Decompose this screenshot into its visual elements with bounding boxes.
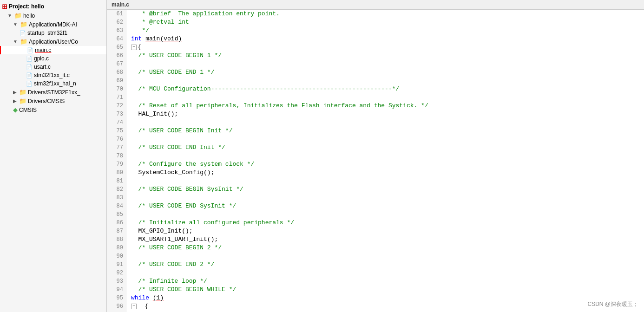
line-number: 73 [110, 110, 123, 118]
sidebar-item-label: startup_stm32f1 [27, 30, 67, 36]
editor-title: main.c [107, 0, 644, 10]
code-text: /* USER CODE END 2 */ [131, 260, 214, 269]
sidebar-item-hello[interactable]: ▼ 📁 hello [0, 11, 106, 20]
sidebar-item-stm32-it[interactable]: 📄 stm32f1xx_it.c [0, 71, 106, 79]
sidebar-item-label: hello [23, 13, 35, 19]
code-text: /* MCU Configuration--------------------… [131, 85, 399, 93]
project-title[interactable]: ⊞ Project: hello [0, 2, 106, 11]
folder-icon: 📁 [20, 21, 27, 28]
line-number: 85 [110, 210, 123, 219]
sidebar-item-label: CMSIS [19, 107, 37, 113]
line-number: 63 [110, 26, 123, 35]
code-line [131, 194, 639, 202]
line-number: 84 [110, 202, 123, 210]
line-number: 71 [110, 93, 123, 102]
sidebar-item-main-c[interactable]: 📄 main.c [0, 46, 106, 54]
arrow-icon: ▶ [13, 90, 17, 95]
code-line: −{ [131, 43, 639, 52]
line-number: 77 [110, 143, 123, 152]
code-text: HAL_Init(); [131, 110, 178, 118]
arrow-icon: ▼ [13, 22, 18, 27]
code-text: MX_GPIO_Init(); [131, 227, 193, 235]
line-number: 67 [110, 60, 123, 68]
line-number: 78 [110, 152, 123, 160]
code-text: /* Infinite loop */ [131, 277, 207, 286]
code-line: MX_GPIO_Init(); [131, 227, 639, 235]
line-number: 94 [110, 286, 123, 294]
sidebar-item-stm32-hal[interactable]: 📄 stm32f1xx_hal_n [0, 79, 106, 88]
code-content[interactable]: * @brief The application entry point. * … [126, 10, 644, 312]
code-text: /* Configure the system clock */ [131, 160, 254, 169]
line-number: 96 [110, 302, 123, 311]
collapse-icon[interactable]: − [131, 304, 137, 309]
code-text: /* USER CODE END SysInit */ [131, 202, 236, 210]
sidebar-item-label: stm32f1xx_hal_n [34, 80, 76, 87]
folder-icon: 📁 [19, 89, 26, 96]
line-number: 88 [110, 235, 123, 244]
code-line: */ [131, 26, 639, 35]
sidebar-item-label: gpio.c [34, 55, 49, 62]
code-line: /* Configure the system clock */ [131, 160, 639, 169]
line-number: 68 [110, 68, 123, 77]
file-icon: 📄 [26, 56, 33, 62]
sidebar-item-app-mdk[interactable]: ▼ 📁 Application/MDK-AI [0, 20, 106, 29]
line-number: 76 [110, 135, 123, 143]
sidebar-item-drivers-cmsis[interactable]: ▶ 📁 Drivers/CMSIS [0, 97, 106, 105]
collapse-icon[interactable]: − [131, 45, 137, 50]
code-line: MX_USART1_UART_Init(); [131, 235, 639, 244]
code-text: /* USER CODE BEGIN 2 */ [131, 244, 222, 252]
line-number: 83 [110, 194, 123, 202]
line-number: 82 [110, 185, 123, 194]
code-line: /* USER CODE BEGIN WHILE */ [131, 286, 639, 294]
sidebar-item-drivers-stm32[interactable]: ▶ 📁 Drivers/STM32F1xx_ [0, 88, 106, 97]
code-line: /* MCU Configuration--------------------… [131, 85, 639, 93]
code-line: HAL_Init(); [131, 110, 639, 118]
sidebar-item-label: Application/User/Co [29, 39, 78, 45]
code-text: /* USER CODE BEGIN 1 */ [131, 52, 222, 60]
arrow-icon: ▶ [13, 98, 17, 104]
code-line [131, 210, 639, 219]
folder-icon: 📁 [19, 98, 26, 104]
sidebar-item-label: stm32f1xx_it.c [34, 72, 70, 78]
folder-icon: 📁 [14, 12, 22, 19]
code-text: /* USER CODE BEGIN WHILE */ [131, 286, 236, 294]
file-icon: 📄 [20, 30, 26, 36]
file-icon: 📄 [26, 64, 33, 70]
sidebar-item-app-user[interactable]: ▼ 📁 Application/User/Co [0, 37, 106, 46]
code-text: /* USER CODE END Init */ [131, 143, 225, 152]
line-number: 89 [110, 244, 123, 252]
code-text: SystemClock_Config(); [131, 169, 214, 177]
line-number: 93 [110, 277, 123, 286]
keyword-int: int [131, 35, 145, 42]
line-number: 92 [110, 269, 123, 277]
line-number: 81 [110, 177, 123, 185]
code-line: /* Initialize all configured peripherals… [131, 219, 639, 227]
code-line: /* Reset of all peripherals, Initializes… [131, 102, 639, 110]
code-text: /* USER CODE BEGIN SysInit */ [131, 185, 243, 194]
file-icon: 📄 [26, 81, 33, 87]
sidebar: ⊞ Project: hello ▼ 📁 hello ▼ 📁 Applicati… [0, 0, 107, 312]
file-icon: 📄 [27, 47, 33, 53]
file-icon: 📄 [26, 72, 33, 78]
sidebar-item-label: Drivers/CMSIS [28, 98, 65, 104]
code-area[interactable]: 6162636465666768697071727374757677787980… [107, 10, 644, 312]
line-number: 91 [110, 260, 123, 269]
code-text: * @brief The application entry point. [131, 10, 280, 18]
code-line: * @retval int [131, 18, 639, 26]
code-text: int main(void) [131, 35, 182, 43]
code-line: /* USER CODE END 2 */ [131, 260, 639, 269]
sidebar-item-label: Drivers/STM32F1xx_ [28, 89, 80, 96]
code-line: /* USER CODE END 1 */ [131, 68, 639, 77]
sidebar-item-cmsis[interactable]: ◆ CMSIS [0, 105, 106, 114]
while-condition: (1) [153, 294, 164, 301]
sidebar-item-gpio-c[interactable]: 📄 gpio.c [0, 54, 106, 63]
code-text: */ [131, 26, 149, 35]
sidebar-item-usart-c[interactable]: 📄 usart.c [0, 63, 106, 71]
line-number: 65 [110, 43, 123, 52]
code-line: /* USER CODE BEGIN 1 */ [131, 52, 639, 60]
line-number: 75 [110, 127, 123, 135]
code-line: /* USER CODE END Init */ [131, 143, 639, 152]
code-text: * @retval int [131, 18, 189, 26]
sidebar-item-startup[interactable]: 📄 startup_stm32f1 [0, 29, 106, 37]
code-line [131, 252, 639, 260]
